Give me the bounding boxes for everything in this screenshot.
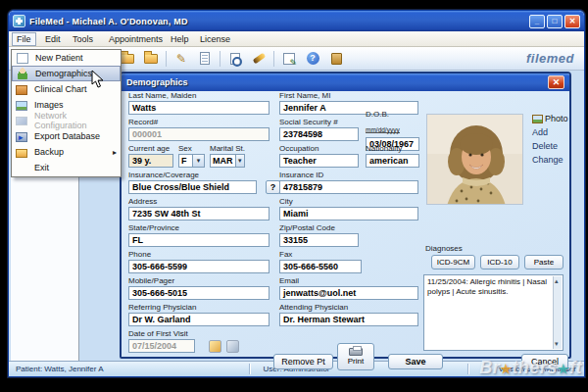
toolbar-separator xyxy=(166,51,167,67)
field-record: Record# 000001 xyxy=(128,118,270,141)
field-label: City xyxy=(279,197,418,206)
remove-patient-button[interactable]: Remove Pt xyxy=(273,354,333,369)
mobile-input[interactable]: 305-666-5015 xyxy=(128,286,270,300)
paint-brush-icon[interactable] xyxy=(250,50,268,68)
open-chart-icon[interactable] xyxy=(209,340,221,353)
close-button[interactable]: ✕ xyxy=(564,15,580,28)
icd9-button[interactable]: ICD-9CM xyxy=(431,255,475,270)
photo-add-link[interactable]: Add xyxy=(532,127,571,137)
menu-item-export-database[interactable]: Export Database xyxy=(12,128,121,144)
insurance-id-input[interactable]: 47815879 xyxy=(279,180,418,194)
field-label: Insurance ID xyxy=(279,171,418,179)
save-button[interactable]: Save xyxy=(388,354,443,369)
email-input[interactable]: jenwatts@uol.net xyxy=(279,286,418,300)
marital-select[interactable]: MAR ▾ xyxy=(210,154,245,168)
field-label: Social Security # xyxy=(279,118,359,126)
menu-item-new-patient[interactable]: New Patient xyxy=(12,50,121,66)
chevron-down-icon[interactable]: ▾ xyxy=(235,155,245,167)
state-input[interactable]: FL xyxy=(128,233,270,247)
printer-icon xyxy=(349,348,363,356)
field-current-age: Current age 39 y. xyxy=(128,144,173,168)
field-occupation: Occupation Teacher xyxy=(279,144,359,168)
field-phone: Phone 305-666-5599 xyxy=(128,250,270,273)
document-icon[interactable] xyxy=(196,50,214,68)
scrollbar[interactable] xyxy=(553,276,562,349)
field-label: Occupation xyxy=(279,144,359,153)
menu-tools[interactable]: Tools xyxy=(68,32,98,46)
photo-change-link[interactable]: Change xyxy=(532,155,571,165)
icd10-button[interactable]: ICD-10 xyxy=(480,255,519,270)
paste-button[interactable]: Paste xyxy=(524,255,564,270)
menu-item-demographics[interactable]: Demographics xyxy=(12,66,121,81)
menu-license[interactable]: License xyxy=(195,32,235,46)
print-preview-icon[interactable] xyxy=(226,50,244,68)
dialog-close-icon[interactable]: ✕ xyxy=(548,75,564,89)
menu-item-backup[interactable]: Backup ▸ xyxy=(12,144,121,160)
diagnoses-label: Diagnoses xyxy=(425,244,463,253)
patient-photo-image xyxy=(427,115,523,205)
field-label: Marital St. xyxy=(210,144,245,153)
field-fax: Fax 305-666-5560 xyxy=(279,250,362,273)
city-input[interactable]: Miami xyxy=(279,207,418,220)
field-label: D.O.B. xyxy=(366,110,419,119)
sex-select[interactable]: F ▾ xyxy=(178,154,205,168)
ssn-input[interactable]: 23784598 xyxy=(279,127,359,141)
field-label: Record# xyxy=(128,118,270,126)
notes-pencil-icon[interactable]: ✎ xyxy=(172,50,190,68)
field-last-name: Last Name, Maiden Watts xyxy=(128,91,270,115)
field-label: Fax xyxy=(279,250,362,259)
insurance-lookup-button[interactable]: ? xyxy=(266,180,280,194)
exit-icon[interactable] xyxy=(327,50,345,68)
chevron-down-icon[interactable]: ▾ xyxy=(192,155,204,167)
menu-help[interactable]: Help xyxy=(166,32,194,46)
field-label: Attending Physician xyxy=(279,303,418,312)
menu-file[interactable]: File xyxy=(12,32,36,46)
nationality-input[interactable]: american xyxy=(366,154,419,168)
menu-appointments[interactable]: Appointments xyxy=(104,32,168,46)
photo-label: Photo xyxy=(545,114,568,123)
minimize-button[interactable]: _ xyxy=(529,15,545,28)
field-label: Insurance/Coverage xyxy=(128,171,280,179)
last-name-input[interactable]: Watts xyxy=(128,101,270,115)
referring-physician-input[interactable]: Dr W. Garland xyxy=(128,313,270,326)
field-label: Sex xyxy=(178,144,205,153)
photo-icon xyxy=(532,115,543,123)
backup-icon xyxy=(16,149,27,158)
menu-item-network-configuration: Network Configuration xyxy=(12,113,121,128)
field-label: Nationality xyxy=(366,144,419,153)
menu-item-clinical-chart[interactable]: Clinical Chart xyxy=(12,81,121,97)
spacer xyxy=(16,162,27,173)
dialog-body: Last Name, Maiden Watts First Name, MI J… xyxy=(122,91,569,357)
edit-form-icon[interactable] xyxy=(280,50,298,68)
field-state: State/Province FL xyxy=(128,223,270,247)
attending-physician-input[interactable]: Dr. Herman Stewart xyxy=(279,313,418,326)
field-first-visit: Date of First Visit 07/15/2004 xyxy=(128,329,195,353)
fax-input[interactable]: 305-666-5560 xyxy=(279,260,362,273)
field-zip: Zip/Postal Code 33155 xyxy=(279,223,359,247)
help-icon[interactable]: ? xyxy=(304,50,321,68)
cancel-button[interactable]: Cancel xyxy=(521,354,568,369)
field-sex: Sex F ▾ xyxy=(178,144,205,168)
dialog-title-bar[interactable]: Demographics ✕ xyxy=(122,74,569,91)
save-folder-icon[interactable] xyxy=(142,50,160,68)
field-insurance-id: Insurance ID 47815879 xyxy=(279,171,418,194)
field-label: Last Name, Maiden xyxy=(128,91,270,100)
maximize-button[interactable]: □ xyxy=(547,15,563,28)
occupation-input[interactable]: Teacher xyxy=(279,154,359,168)
photo-delete-link[interactable]: Delete xyxy=(532,141,571,151)
field-label: Referring Physician xyxy=(128,303,270,312)
insurance-input[interactable]: Blue Cross/Blue Shield xyxy=(128,180,257,194)
phone-input[interactable]: 305-666-5599 xyxy=(128,260,270,273)
print-button[interactable]: Print xyxy=(337,343,374,370)
field-marital: Marital St. MAR ▾ xyxy=(210,144,245,168)
address-input[interactable]: 7235 SW 48th St xyxy=(128,207,270,220)
diagnoses-notes[interactable]: 11/25/2004: Allergic rhinitis | Nasal po… xyxy=(423,274,564,351)
field-city: City Miami xyxy=(279,197,418,220)
field-mobile: Mobile/Pager 305-666-5015 xyxy=(128,276,270,300)
menu-edit[interactable]: Edit xyxy=(40,32,66,46)
field-referring-physician: Referring Physician Dr W. Garland xyxy=(128,303,270,326)
calendar-icon[interactable] xyxy=(226,340,239,353)
demographics-icon xyxy=(17,68,28,79)
zip-input[interactable]: 33155 xyxy=(279,233,359,247)
menu-item-exit[interactable]: Exit xyxy=(12,160,121,175)
